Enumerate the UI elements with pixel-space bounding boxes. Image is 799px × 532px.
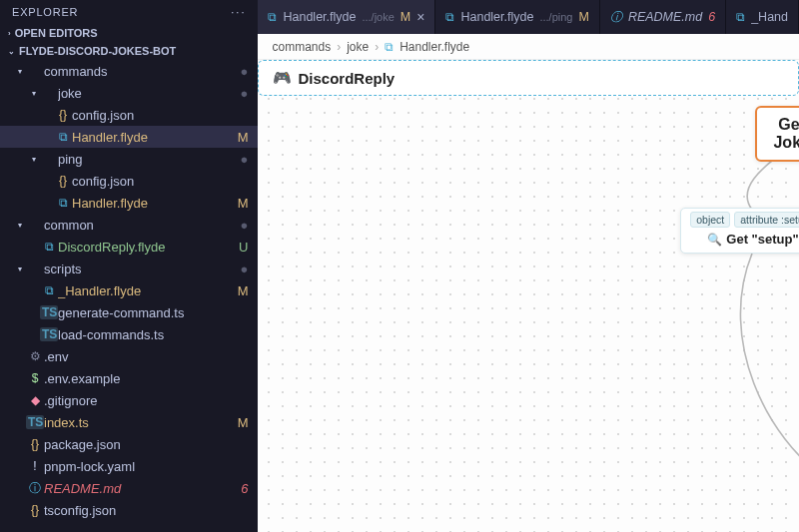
file-icon: ⚙: [26, 349, 44, 363]
tab-label: Handler.flyde: [283, 10, 356, 24]
file-label: .env: [44, 349, 248, 364]
tree-row[interactable]: ⧉DiscordReply.flydeU: [0, 236, 258, 258]
file-icon: ⓘ: [610, 9, 622, 26]
file-icon: TS: [40, 327, 58, 341]
chevron-icon: ▾: [28, 155, 40, 164]
file-icon: ⧉: [40, 240, 58, 254]
file-icon: $: [26, 371, 44, 385]
file-label: scripts: [44, 262, 241, 276]
file-icon: ⧉: [40, 283, 58, 297]
file-label: pnpm-lock.yaml: [44, 459, 248, 474]
git-status-badge: M: [238, 415, 249, 430]
tree-row[interactable]: ◆.gitignore: [0, 389, 258, 411]
chevron-icon: ▾: [28, 89, 40, 98]
file-icon: ⧉: [445, 10, 454, 24]
tree-row[interactable]: ⧉_Handler.flydeM: [0, 279, 258, 301]
file-label: tsconfig.json: [44, 503, 248, 518]
chevron-right-icon: ›: [375, 40, 379, 54]
pin-object[interactable]: object: [690, 212, 730, 228]
chevron-icon: ▾: [14, 221, 26, 230]
tree-row[interactable]: TSload-commands.ts: [0, 323, 258, 345]
tab-label: README.md: [628, 10, 702, 24]
file-icon: {}: [54, 108, 72, 122]
tree-row[interactable]: ▾commands●: [0, 60, 258, 82]
tab-label: Handler.flyde: [460, 10, 533, 24]
open-editors-section[interactable]: › OPEN EDITORS: [0, 24, 258, 42]
node-label: Get Joke: [773, 116, 799, 151]
discord-icon: 🎮: [273, 69, 292, 87]
tree-row[interactable]: TSgenerate-command.ts: [0, 301, 258, 323]
editor-tab[interactable]: ⧉Handler.flyde.../pingM: [435, 0, 599, 34]
git-status-badge: ●: [241, 262, 249, 276]
chevron-down-icon: ⌄: [8, 47, 15, 56]
breadcrumb-seg: commands: [272, 40, 331, 54]
open-editors-label: OPEN EDITORS: [15, 27, 98, 39]
file-label: DiscordReply.flyde: [58, 240, 239, 255]
git-status-badge: ●: [241, 218, 249, 233]
explorer-more-icon[interactable]: ···: [231, 6, 246, 18]
file-label: config.json: [72, 108, 248, 123]
node-discord-reply[interactable]: 🎮 DiscordReply: [258, 60, 799, 96]
file-icon: {}: [26, 437, 44, 451]
git-status-badge: U: [239, 240, 248, 255]
tree-row[interactable]: {}config.json: [0, 170, 258, 192]
tree-row[interactable]: $.env.example: [0, 367, 258, 389]
editor-tab[interactable]: ⓘREADME.md6: [600, 0, 726, 34]
explorer-sidebar: EXPLORER ··· › OPEN EDITORS ⌄ FLYDE-DISC…: [0, 0, 258, 532]
file-label: config.json: [72, 174, 248, 189]
tab-bar: ⧉Handler.flyde.../jokeM×⧉Handler.flyde..…: [258, 0, 799, 34]
node-label: Get "setup": [726, 232, 798, 247]
file-label: _Handler.flyde: [58, 283, 238, 298]
tree-row[interactable]: ⚙.env: [0, 345, 258, 367]
file-icon: ⓘ: [26, 480, 44, 497]
file-icon: TS: [40, 305, 58, 319]
git-status-badge: M: [238, 283, 249, 298]
tree-row[interactable]: TSindex.tsM: [0, 411, 258, 433]
tab-path: .../joke: [362, 11, 394, 23]
file-label: common: [44, 218, 241, 233]
git-status-badge: ●: [241, 86, 249, 101]
editor-tab[interactable]: ⧉_Hand: [726, 0, 799, 34]
tree-row[interactable]: ⧉Handler.flydeM: [0, 192, 258, 214]
flyde-icon: ⧉: [385, 40, 394, 54]
node-get-setup[interactable]: object attribute :setup 🔍Get "setup": [680, 208, 799, 254]
node-get-joke[interactable]: Get Joke: [755, 106, 799, 162]
tree-row[interactable]: ⓘREADME.md6: [0, 477, 258, 499]
git-status-badge: ●: [241, 64, 249, 79]
tree-row[interactable]: {}config.json: [0, 104, 258, 126]
pin-row: object attribute :setup: [681, 209, 799, 228]
tab-status: 6: [708, 10, 715, 24]
tree-row[interactable]: ⧉Handler.flydeM: [0, 126, 258, 148]
tree-row[interactable]: !pnpm-lock.yaml: [0, 455, 258, 477]
flow-canvas[interactable]: Get Joke object attribute :setup 🔍Get "s…: [258, 60, 799, 532]
git-status-badge: M: [238, 196, 249, 211]
file-icon: ⧉: [54, 196, 72, 210]
tree-row[interactable]: ▾common●: [0, 214, 258, 236]
project-name: FLYDE-DISCORD-JOKES-BOT: [19, 45, 176, 57]
tree-row[interactable]: ▾joke●: [0, 82, 258, 104]
file-label: Handler.flyde: [72, 196, 238, 211]
tree-row[interactable]: {}tsconfig.json: [0, 499, 258, 521]
tab-status: M: [400, 10, 410, 24]
file-icon: !: [26, 459, 44, 473]
editor-tab[interactable]: ⧉Handler.flyde.../jokeM×: [258, 0, 435, 34]
editor-main: ⧉Handler.flyde.../jokeM×⧉Handler.flyde..…: [258, 0, 799, 532]
file-icon: ⧉: [54, 130, 72, 144]
file-label: .gitignore: [44, 393, 248, 408]
file-icon: TS: [26, 415, 44, 429]
pin-attribute[interactable]: attribute :setup: [734, 212, 799, 228]
chevron-right-icon: ›: [337, 40, 341, 54]
chevron-icon: ▾: [14, 67, 26, 76]
file-label: joke: [58, 86, 241, 101]
search-icon: 🔍: [707, 233, 722, 247]
chevron-icon: ▾: [14, 265, 26, 273]
project-section[interactable]: ⌄ FLYDE-DISCORD-JOKES-BOT: [0, 42, 258, 60]
tree-row[interactable]: ▾ping●: [0, 148, 258, 170]
node-label: DiscordReply: [298, 70, 395, 87]
breadcrumb[interactable]: commands › joke › ⧉ Handler.flyde: [258, 34, 799, 60]
tree-row[interactable]: ▾scripts●: [0, 258, 258, 279]
file-label: generate-command.ts: [58, 305, 248, 320]
tab-path: .../ping: [539, 11, 572, 23]
close-icon[interactable]: ×: [416, 9, 424, 25]
tree-row[interactable]: {}package.json: [0, 433, 258, 455]
